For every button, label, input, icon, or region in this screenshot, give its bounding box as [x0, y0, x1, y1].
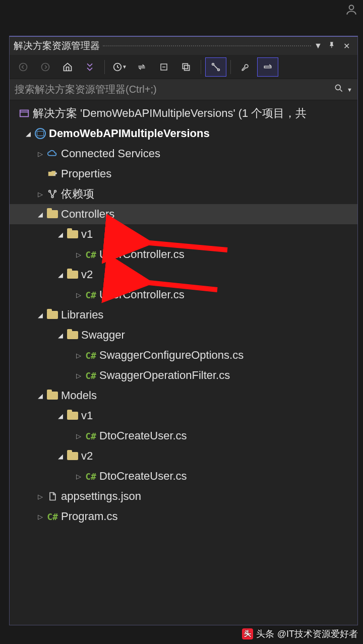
svg-point-10	[335, 85, 340, 90]
svg-rect-11	[20, 110, 29, 117]
expander-icon[interactable]	[56, 453, 65, 460]
wrench-icon	[45, 169, 60, 178]
user-icon[interactable]	[345, 3, 358, 19]
search-bar: ▼	[10, 79, 357, 100]
solution-node[interactable]: 解决方案 'DemoWebAPIMultipleVersions' (1 个项目…	[10, 103, 357, 123]
csharp-icon: C#	[83, 249, 98, 260]
back-button	[13, 57, 34, 77]
properties-node[interactable]: Properties	[10, 164, 357, 184]
expander-icon[interactable]	[74, 432, 83, 440]
watermark: 头 头条 @IT技术资源爱好者	[242, 628, 358, 640]
dtocreateuser-v1-file[interactable]: C# DtoCreateUser.cs	[10, 426, 357, 446]
program-file[interactable]: C# Program.cs	[10, 506, 357, 527]
switch-views-button[interactable]	[79, 57, 100, 77]
search-input[interactable]	[15, 84, 331, 95]
expander-icon[interactable]	[74, 291, 83, 299]
preview-button[interactable]	[257, 57, 278, 77]
search-icon[interactable]	[331, 83, 344, 96]
watermark-text: @IT技术资源爱好者	[277, 628, 358, 640]
expander-icon[interactable]	[36, 513, 45, 521]
panel-title: 解决方案资源管理器	[14, 39, 100, 52]
panel-toolbar: ▼	[10, 55, 357, 79]
expander-icon[interactable]	[24, 130, 33, 138]
project-label: DemoWebAPIMultipleVersions	[48, 127, 210, 140]
csharp-icon: C#	[83, 350, 98, 361]
expander-icon[interactable]	[74, 251, 83, 259]
expander-icon[interactable]	[36, 211, 45, 218]
expander-icon[interactable]	[36, 493, 45, 500]
node-label: SwaggerOperationFilter.cs	[98, 369, 230, 382]
node-label: v2	[80, 268, 93, 281]
appsettings-file[interactable]: appsettings.json	[10, 486, 357, 506]
node-label: Models	[60, 389, 97, 402]
node-label: Properties	[60, 167, 111, 180]
csharp-icon: C#	[45, 511, 60, 522]
node-label: Swagger	[80, 329, 125, 342]
solution-icon	[17, 108, 32, 119]
sync-button[interactable]	[131, 57, 152, 77]
dependencies-node[interactable]: 依赖项	[10, 184, 357, 204]
solution-label: 解决方案 'DemoWebAPIMultipleVersions' (1 个项目…	[32, 106, 307, 121]
node-label: appsettings.json	[60, 490, 141, 503]
project-node[interactable]: DemoWebAPIMultipleVersions	[10, 123, 357, 144]
expander-icon[interactable]	[36, 392, 45, 400]
properties-button[interactable]	[235, 57, 256, 77]
swagger-folder[interactable]: Swagger	[10, 325, 357, 345]
dtocreateuser-v2-file[interactable]: C# DtoCreateUser.cs	[10, 466, 357, 486]
csharp-icon: C#	[83, 370, 98, 381]
svg-point-0	[349, 5, 354, 10]
models-v2-folder[interactable]: v2	[10, 446, 357, 466]
toolbar-separator	[104, 60, 105, 74]
close-icon[interactable]: ✕	[339, 41, 353, 51]
expander-icon[interactable]	[36, 190, 45, 198]
node-label: DtoCreateUser.cs	[98, 429, 187, 442]
titlebar-grip[interactable]	[103, 45, 311, 46]
folder-icon	[65, 271, 80, 279]
dependencies-icon	[45, 188, 60, 200]
expander-icon[interactable]	[74, 473, 83, 480]
expander-icon[interactable]	[74, 352, 83, 359]
svg-rect-6	[183, 63, 188, 69]
show-all-files-button[interactable]	[205, 57, 226, 77]
node-label: v2	[80, 449, 93, 463]
toolbar-separator	[230, 60, 231, 74]
folder-icon	[65, 331, 80, 339]
swaggerfilter-file[interactable]: C# SwaggerOperationFilter.cs	[10, 365, 357, 385]
folder-icon	[65, 452, 80, 460]
expander-icon[interactable]	[56, 332, 65, 339]
node-label: Controllers	[60, 208, 114, 221]
node-label: v1	[80, 228, 93, 241]
collapse-all-button[interactable]	[153, 57, 174, 77]
panel-dropdown-icon[interactable]: ▼	[311, 41, 325, 50]
node-label: DtoCreateUser.cs	[98, 470, 187, 483]
controllers-folder[interactable]: Controllers	[10, 204, 357, 224]
models-folder[interactable]: Models	[10, 385, 357, 406]
v1-folder[interactable]: v1	[10, 224, 357, 244]
usercontroller-v2-file[interactable]: C# UserController.cs	[10, 285, 357, 305]
libraries-folder[interactable]: Libraries	[10, 305, 357, 325]
folder-icon	[45, 311, 60, 319]
swaggerconfig-file[interactable]: C# SwaggerConfigureOptions.cs	[10, 345, 357, 365]
pin-icon[interactable]	[325, 41, 339, 50]
svg-rect-5	[185, 65, 190, 70]
node-label: UserController.cs	[98, 248, 185, 261]
connected-services-node[interactable]: Connected Services	[10, 144, 357, 164]
expander-icon[interactable]	[56, 271, 65, 279]
node-label: 依赖项	[60, 186, 94, 202]
expander-icon[interactable]	[36, 311, 45, 319]
svg-point-1	[20, 63, 27, 71]
expander-icon[interactable]	[56, 231, 65, 238]
search-dropdown-icon[interactable]: ▼	[344, 87, 352, 93]
usercontroller-v1-file[interactable]: C# UserController.cs	[10, 244, 357, 265]
v2-folder[interactable]: v2	[10, 265, 357, 285]
copy-button[interactable]	[175, 57, 197, 77]
home-button[interactable]	[57, 57, 78, 77]
csharp-icon: C#	[83, 290, 98, 300]
project-icon	[33, 128, 48, 139]
solution-explorer-panel: 解决方案资源管理器 ▼ ✕ ▼	[9, 36, 358, 625]
models-v1-folder[interactable]: v1	[10, 406, 357, 426]
expander-icon[interactable]	[74, 372, 83, 379]
expander-icon[interactable]	[36, 150, 45, 158]
expander-icon[interactable]	[56, 412, 65, 420]
pending-changes-button[interactable]: ▼	[109, 57, 130, 77]
